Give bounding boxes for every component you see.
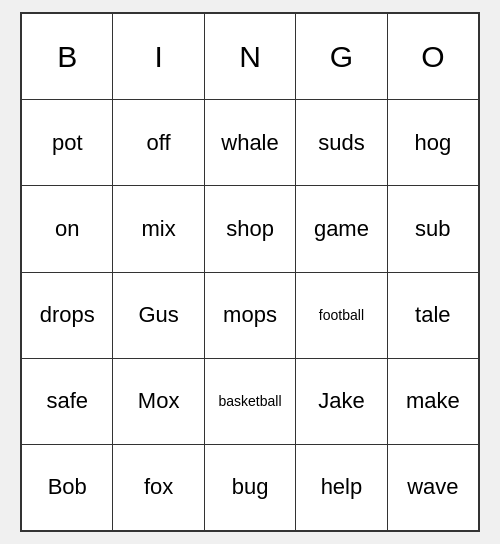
cell-3-1: drops	[22, 273, 113, 358]
cell-5-1: Bob	[22, 445, 113, 530]
cell-4-2: Mox	[113, 359, 204, 444]
header-b: B	[22, 14, 113, 99]
cell-2-1: on	[22, 186, 113, 271]
cell-5-5: wave	[388, 445, 478, 530]
cell-4-4: Jake	[296, 359, 387, 444]
cell-3-3: mops	[205, 273, 296, 358]
cell-1-5: hog	[388, 100, 478, 185]
bingo-row-5: Bob fox bug help wave	[22, 445, 478, 530]
header-row: B I N G O	[22, 14, 478, 100]
header-i: I	[113, 14, 204, 99]
cell-3-4: football	[296, 273, 387, 358]
header-n: N	[205, 14, 296, 99]
bingo-row-4: safe Mox basketball Jake make	[22, 359, 478, 445]
cell-4-3: basketball	[205, 359, 296, 444]
header-g: G	[296, 14, 387, 99]
cell-1-3: whale	[205, 100, 296, 185]
cell-4-1: safe	[22, 359, 113, 444]
cell-3-5: tale	[388, 273, 478, 358]
cell-5-4: help	[296, 445, 387, 530]
bingo-row-3: drops Gus mops football tale	[22, 273, 478, 359]
bingo-row-2: on mix shop game sub	[22, 186, 478, 272]
cell-1-2: off	[113, 100, 204, 185]
cell-5-2: fox	[113, 445, 204, 530]
cell-2-3: shop	[205, 186, 296, 271]
bingo-card: B I N G O pot off whale suds hog on mix …	[20, 12, 480, 532]
cell-4-5: make	[388, 359, 478, 444]
cell-2-5: sub	[388, 186, 478, 271]
header-o: O	[388, 14, 478, 99]
cell-2-2: mix	[113, 186, 204, 271]
cell-2-4: game	[296, 186, 387, 271]
bingo-row-1: pot off whale suds hog	[22, 100, 478, 186]
cell-3-2: Gus	[113, 273, 204, 358]
cell-1-4: suds	[296, 100, 387, 185]
cell-1-1: pot	[22, 100, 113, 185]
cell-5-3: bug	[205, 445, 296, 530]
